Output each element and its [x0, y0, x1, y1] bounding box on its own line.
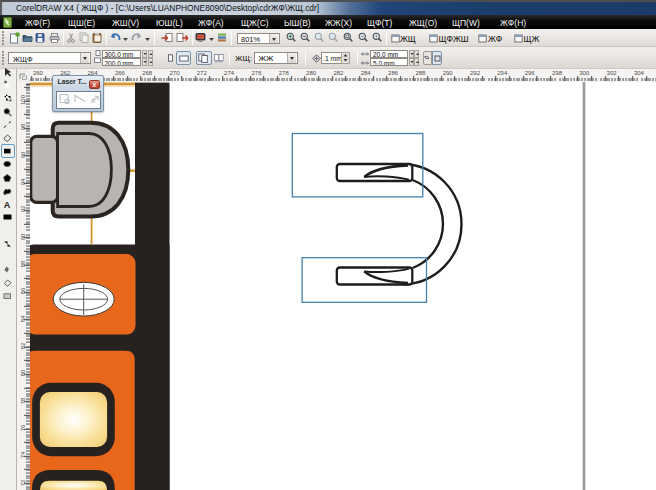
- svg-text:A: A: [4, 199, 11, 209]
